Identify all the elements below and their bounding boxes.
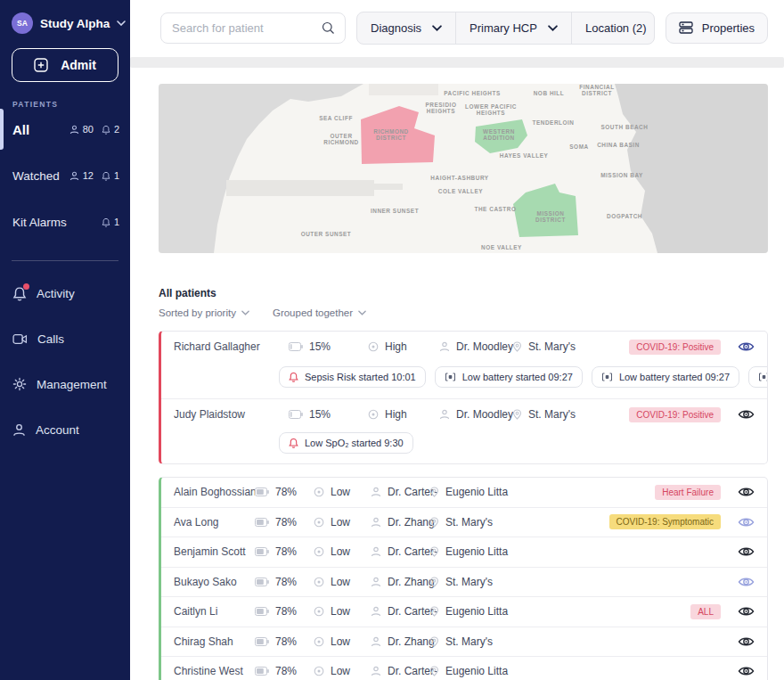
location-cell: Eugenio Litta <box>429 605 690 618</box>
battery-value: 15% <box>309 340 331 353</box>
active-indicator <box>0 109 4 150</box>
alarm-count: 1 <box>102 170 119 181</box>
patient-groups: Richard Gallagher15%HighDr. MoodleySt. M… <box>159 331 768 680</box>
workspace-name: Study Alpha <box>40 17 110 30</box>
location-cell: Eugenio Litta <box>429 665 731 677</box>
sidebar-item-watched[interactable]: Watched 12 1 <box>0 162 130 189</box>
map-label: RICHMONDDISTRICT <box>373 128 409 141</box>
patient-row[interactable]: Ava Long78%LowDr. ZhangSt. Mary'sCOVID-1… <box>161 508 767 537</box>
watch-eye-button[interactable] <box>738 516 755 528</box>
patient-row[interactable]: Chirag Shah78%LowDr. ZhangSt. Mary's <box>161 627 767 657</box>
battery-cell: 15% <box>289 340 368 353</box>
patient-block: Alain Boghossian78%LowDr. Carter-Eugenio… <box>161 478 767 507</box>
admit-label: Admit <box>61 58 96 72</box>
location-value: St. Mary's <box>445 576 493 588</box>
filter-location[interactable]: Location (2) <box>571 12 655 44</box>
person-icon <box>371 666 381 676</box>
priority-cell: High <box>368 340 439 353</box>
battery-icon <box>255 518 269 527</box>
alarm-text: Low SpO₂ started 9:30 <box>305 438 404 448</box>
alarm-chip[interactable]: Low battery started 09:27 <box>592 366 739 388</box>
patient-row[interactable]: Judy Plaidstow15%HighDr. MoodleySt. Mary… <box>161 399 767 430</box>
content-scroll[interactable]: SEA CLIFFOUTERRICHMONDRICHMONDDISTRICTPR… <box>130 68 784 680</box>
priority-icon <box>368 341 379 352</box>
battery-cell: 78% <box>255 605 314 618</box>
watch-eye-button[interactable] <box>738 605 755 618</box>
search-icon <box>322 21 335 35</box>
sidebar-item-all[interactable]: All 80 2 <box>0 116 130 143</box>
sidebar-item-management[interactable]: Management <box>0 371 130 397</box>
battery-cell: 78% <box>255 665 314 677</box>
workspace-switcher[interactable]: SA Study Alpha <box>0 0 130 43</box>
location-value: Eugenio Litta <box>445 665 508 677</box>
watch-eye-button[interactable] <box>738 486 755 498</box>
map-label: INNER SUNSET <box>371 208 419 214</box>
watch-eye-button[interactable] <box>738 665 755 677</box>
collapsed-panel[interactable] <box>130 57 784 68</box>
priority-icon <box>314 546 324 557</box>
nav-label: Watched <box>12 169 61 183</box>
chevron-down-icon <box>548 25 558 31</box>
priority-value: Low <box>331 516 350 528</box>
priority-cell: Low <box>314 635 371 648</box>
menu-label: Calls <box>37 332 64 346</box>
priority-value: Low <box>331 486 350 498</box>
alarm-chip[interactable]: Low SpO₂ started 9:30 <box>279 432 413 454</box>
alarm-chip[interactable]: Low battery started 09:27 <box>435 366 583 388</box>
sidebar-item-activity[interactable]: Activity <box>0 280 130 307</box>
watch-eye-button[interactable] <box>738 635 755 648</box>
priority-icon <box>314 666 324 676</box>
hcp-cell: Dr. Carter- <box>371 545 429 558</box>
person-icon <box>371 606 381 617</box>
priority-cell: High <box>368 408 439 421</box>
patient-row[interactable]: Benjamin Scott78%LowDr. Carter-Eugenio L… <box>161 537 767 567</box>
sidebar-item-account[interactable]: Account <box>0 416 130 443</box>
sidebar-item-calls[interactable]: Calls <box>0 325 130 352</box>
map-label: NOE VALLEY <box>481 244 522 250</box>
admit-button[interactable]: Admit <box>12 48 118 82</box>
alert-dot <box>23 283 29 290</box>
priority-cell: Low <box>314 486 371 498</box>
patient-row[interactable]: Christine West78%LowDr. Carter-Eugenio L… <box>161 657 767 680</box>
map: SEA CLIFFOUTERRICHMONDRICHMONDDISTRICTPR… <box>159 84 768 253</box>
sorted-by-label: Sorted by priority <box>159 307 236 318</box>
watch-eye-button[interactable] <box>738 545 755 558</box>
battery-value: 78% <box>275 545 297 558</box>
location-value: St. Mary's <box>528 408 576 421</box>
watch-eye-button[interactable] <box>738 408 755 421</box>
patient-row[interactable]: Caitlyn Li78%LowDr. Carter-Eugenio Litta… <box>161 597 767 627</box>
list-title: All patients <box>159 287 768 299</box>
map-label: SOMA <box>569 143 588 150</box>
properties-button[interactable]: Properties <box>666 12 768 44</box>
alarm-chip[interactable]: Low Batte... <box>748 366 768 388</box>
search-box <box>160 12 346 44</box>
battery-icon <box>255 667 269 676</box>
sidebar-item-kit-alarms[interactable]: Kit Alarms 1 <box>0 209 130 235</box>
gear-icon <box>12 377 27 391</box>
filter-diagnosis[interactable]: Diagnosis <box>357 12 455 44</box>
hcp-value: Dr. Zhang <box>388 516 435 528</box>
patient-row[interactable]: Richard Gallagher15%HighDr. MoodleySt. M… <box>161 332 767 362</box>
priority-value: Low <box>331 605 350 618</box>
map-label: THE CASTRO <box>474 206 516 212</box>
patient-name: Ava Long <box>174 516 255 528</box>
alarm-chip[interactable]: Sepsis Risk started 10:01 <box>279 366 426 388</box>
patient-row[interactable]: Alain Boghossian78%LowDr. Carter-Eugenio… <box>161 478 767 507</box>
battery-cell: 78% <box>255 576 314 588</box>
sorted-by-dropdown[interactable]: Sorted by priority <box>159 307 249 318</box>
battery-icon <box>255 547 269 556</box>
priority-icon <box>368 409 379 420</box>
battery-icon <box>255 637 269 646</box>
watch-eye-button[interactable] <box>738 340 755 353</box>
search-input[interactable] <box>172 21 314 35</box>
location-cell: St. Mary's <box>429 516 609 528</box>
watch-eye-button[interactable] <box>738 576 755 588</box>
map-label: MISSION BAY <box>600 172 643 178</box>
location-value: St. Mary's <box>445 516 493 528</box>
location-value: Eugenio Litta <box>445 545 508 558</box>
patient-row[interactable]: Bukayo Sako78%LowDr. ZhangSt. Mary's <box>161 568 767 597</box>
grouped-by-dropdown[interactable]: Grouped together <box>273 307 366 318</box>
plus-square-icon <box>34 58 48 72</box>
filter-primary-hcp[interactable]: Primary HCP <box>455 12 571 44</box>
location-value: St. Mary's <box>528 340 576 353</box>
